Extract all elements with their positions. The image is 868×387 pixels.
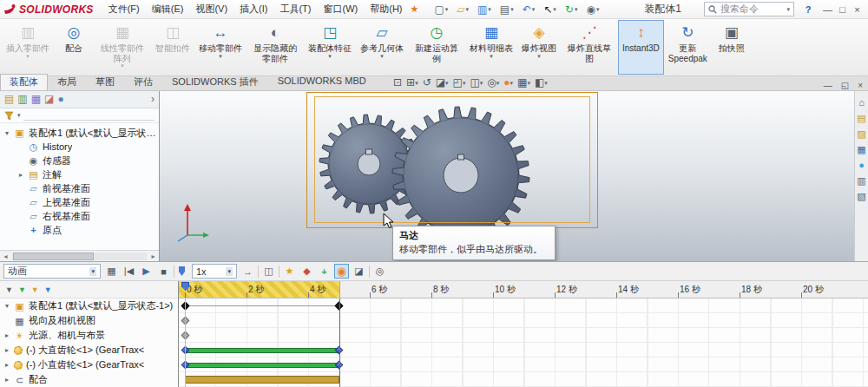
doc-close-button[interactable]: × [856, 81, 865, 90]
tab-evaluate[interactable]: 评估 [124, 74, 162, 90]
filter-driving-icon[interactable]: ▼ [31, 285, 39, 294]
graphics-area[interactable]: 马达 移动零部件，似乎由马达所驱动。 [160, 91, 854, 261]
menu-item[interactable]: 窗口(W) [318, 1, 365, 17]
playback-speed-select[interactable]: 1x ▾ [192, 264, 237, 279]
tab-sketch[interactable]: 草图 [86, 74, 124, 90]
doc-restore-button[interactable]: ◱ [839, 81, 851, 90]
key-marker-icon[interactable] [177, 264, 187, 279]
configurationmanager-tab-icon[interactable]: ▦ [31, 94, 41, 105]
previous-view-icon[interactable]: ↺ [422, 77, 432, 89]
tab-solidworks-addins[interactable]: SOLIDWORKS 插件 [162, 74, 268, 90]
view-orientation-icon[interactable]: ◰▾ [452, 77, 467, 89]
auto-key-icon[interactable]: ◆ [299, 264, 314, 279]
custom-properties-icon[interactable]: ▥ [857, 176, 865, 186]
filter-icon[interactable] [4, 111, 14, 121]
filter-animated-icon[interactable]: ▼ [18, 285, 26, 294]
edit-appearance-icon[interactable]: ●▾ [503, 77, 514, 89]
print-icon[interactable]: ▤▾ [496, 3, 517, 16]
separator[interactable] [258, 266, 259, 278]
update-speedpak-button[interactable]: 更新 Speedpak [664, 20, 712, 75]
doc-minimize-button[interactable]: — [822, 81, 834, 90]
undo-icon[interactable]: ↶▾ [519, 3, 539, 16]
calculate-icon[interactable]: ▦ [104, 264, 119, 279]
file-explorer-icon[interactable]: ▨ [857, 129, 865, 139]
filter-dropdown-icon[interactable]: ▾ [17, 112, 21, 119]
separator[interactable] [174, 266, 174, 278]
apply-scene-icon[interactable]: ▦▾ [516, 77, 531, 89]
tree-item-sensors[interactable]: 传感器 [0, 154, 159, 167]
minimize-button[interactable]: — [820, 3, 835, 16]
separator[interactable] [369, 266, 370, 278]
results-icon[interactable]: ◪ [352, 264, 366, 279]
exploded-view-button[interactable]: 爆炸视图 ▾ [517, 20, 561, 75]
menu-item[interactable]: 视图(V) [189, 1, 233, 17]
display-style-icon[interactable]: ◫▾ [469, 77, 483, 89]
save-animation-icon[interactable]: ◫ [261, 264, 276, 279]
mate-button[interactable]: 配合 [54, 20, 94, 75]
timeline-grid[interactable] [179, 298, 868, 387]
options-gear-icon[interactable]: ◉▾ [582, 3, 602, 16]
no-filter-icon[interactable]: ▼ [5, 285, 13, 294]
new-file-icon[interactable]: ▢▾ [431, 3, 451, 16]
tab-layout[interactable]: 布局 [48, 74, 86, 90]
menu-item[interactable]: 工具(T) [273, 1, 317, 17]
take-snapshot-button[interactable]: 拍快照 [712, 20, 752, 75]
tree-item-front-plane[interactable]: 前视基准面 [0, 181, 159, 195]
propertymanager-tab-icon[interactable]: ▥ [17, 94, 27, 105]
motor-icon[interactable]: ◉ [334, 264, 349, 279]
smart-fasteners-button[interactable]: 智能扣件 [151, 20, 194, 75]
tree-item-origin[interactable]: 原点 [0, 223, 159, 237]
tab-assembly[interactable]: 装配体 [0, 74, 48, 90]
show-hidden-components-button[interactable]: 显示隐藏的零部件 [247, 20, 304, 75]
play-from-start-icon[interactable]: |◀ [122, 264, 136, 279]
instant3d-button[interactable]: Instant3D [618, 20, 664, 75]
menu-item[interactable]: 编辑(E) [146, 1, 190, 17]
explode-line-sketch-button[interactable]: 爆炸直线草图 [561, 20, 618, 75]
scroll-right-icon[interactable]: ▸ [148, 253, 159, 260]
tree-item-annotations[interactable]: ▸ 注解 [0, 167, 159, 181]
bill-of-materials-button[interactable]: 材料明细表 ▾ [465, 20, 517, 75]
move-component-button[interactable]: 移动零部件 ▾ [194, 20, 247, 75]
close-button[interactable]: × [850, 3, 865, 16]
motion-item-orientation-camera-views[interactable]: 视向及相机视图 [0, 313, 178, 328]
displaymanager-tab-icon[interactable]: ● [57, 94, 63, 105]
tab-solidworks-mbd[interactable]: SOLIDWORKS MBD [268, 74, 376, 90]
featuremanager-tab-icon[interactable]: ▤ [4, 94, 14, 105]
scroll-left-icon[interactable]: ◂ [0, 253, 11, 260]
motion-item-mates[interactable]: ▸ 配合 [0, 372, 178, 387]
filter-results-icon[interactable]: ▼ [44, 285, 52, 294]
play-icon[interactable]: ▶ [139, 264, 154, 279]
motion-item-assembly-root[interactable]: ▾ 装配体1 (默认<默认_显示状态-1>) [0, 298, 178, 313]
animation-wizard-icon[interactable]: ★ [282, 264, 297, 279]
maximize-button[interactable]: □ [835, 3, 850, 16]
tree-item-top-plane[interactable]: 上视基准面 [0, 195, 159, 209]
section-view-icon[interactable]: ◪▾ [435, 77, 450, 89]
motion-item-lights-cameras-scene[interactable]: ▸ 光源、相机与布景 [0, 328, 178, 343]
forum-icon[interactable]: ▧ [857, 192, 865, 201]
study-type-dropdown-icon[interactable]: ▾ [89, 267, 96, 276]
timeline-bar[interactable] [185, 376, 339, 384]
separator[interactable] [279, 266, 279, 278]
tree-item-assembly-root[interactable]: ▾ 装配体1 (默认<默认_显示状态-1>) [0, 126, 159, 140]
playback-speed-dropdown-icon[interactable]: ▾ [226, 267, 233, 276]
timeline-bar[interactable] [185, 348, 339, 353]
hide-show-items-icon[interactable]: ◎▾ [486, 77, 500, 89]
tree-horizontal-scrollbar[interactable]: ◂ ▸ [0, 250, 159, 261]
add-key-icon[interactable]: + [317, 264, 332, 279]
search-dropdown-icon[interactable]: ▾ [786, 6, 790, 13]
save-icon[interactable]: ▥▾ [474, 3, 495, 16]
view-palette-icon[interactable]: ▦ [857, 145, 865, 154]
appearances-icon[interactable]: ● [858, 161, 865, 170]
pm-tabs-overflow-icon[interactable]: › [151, 94, 155, 105]
pin-icon[interactable]: ★ [411, 3, 419, 15]
dimxpertmanager-tab-icon[interactable]: ◪ [44, 94, 54, 105]
tree-item-right-plane[interactable]: 右视基准面 [0, 209, 159, 223]
open-file-icon[interactable]: ▱▾ [453, 3, 472, 16]
timeline-ruler[interactable]: 0 秒2 秒4 秒6 秒8 秒10 秒12 秒14 秒16 秒18 秒20 秒 [179, 281, 868, 298]
resources-icon[interactable]: ⌂ [858, 98, 865, 108]
zoom-area-icon[interactable]: ⊞▾ [405, 77, 419, 89]
new-motion-study-button[interactable]: 新建运动算例 [408, 20, 465, 75]
timeline-end-line[interactable] [339, 298, 340, 387]
scrollbar-thumb[interactable] [13, 253, 94, 260]
zoom-fit-icon[interactable]: ⊡ [392, 77, 403, 89]
